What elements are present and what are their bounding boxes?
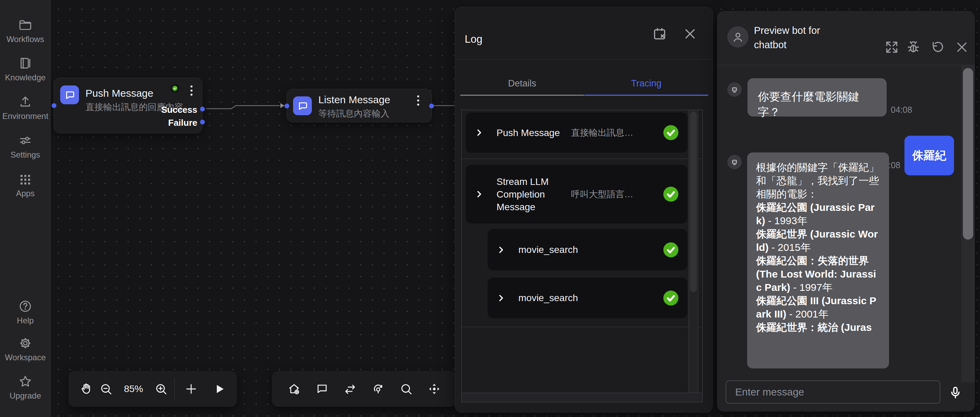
sidebar-item-label: Settings (0, 150, 51, 160)
swap-arrows-icon[interactable] (343, 381, 358, 396)
trace-row-movie-search-1[interactable]: movie_search (488, 229, 687, 270)
node-subtitle: 等待訊息內容輸入 (318, 108, 390, 120)
sidebar-item-settings[interactable]: Settings (0, 133, 51, 160)
sidebar-item-knowledge[interactable]: Knowledge (0, 56, 51, 83)
chat-scrollbar[interactable] (961, 65, 975, 382)
user-message-bubble: 侏羅紀 (904, 136, 954, 175)
node-menu-button[interactable] (417, 95, 420, 106)
message-timestamp: 04:08 (891, 105, 912, 115)
trace-list: Push Message 直接輸出訊息… Stream LLM Completi… (461, 110, 703, 402)
toolbar-divider (174, 378, 175, 400)
sidebar-item-help[interactable]: Help (0, 299, 51, 326)
node-menu-button[interactable] (190, 85, 193, 97)
success-check-icon (663, 187, 678, 202)
node-push-message[interactable]: Push Message 直接輸出訊息的回應內容 Success Failure (54, 78, 202, 133)
sidebar-item-label: Upgrade (0, 391, 51, 401)
canvas-action-toolbar (272, 371, 457, 407)
trace-vertical-scrollbar[interactable] (689, 110, 698, 393)
chevron-right-icon[interactable] (496, 293, 505, 303)
search-icon[interactable] (399, 381, 414, 396)
trace-divider (461, 327, 702, 327)
output-port-success[interactable] (200, 107, 205, 111)
trace-row-push-message[interactable]: Push Message 直接輸出訊息… (466, 113, 687, 153)
zoom-toolbar: 85% (68, 371, 237, 407)
sidebar-item-workflows[interactable]: Workflows (0, 18, 51, 44)
trace-row-stream-llm[interactable]: Stream LLM Completion Message 呼叫大型語言… (466, 165, 687, 224)
add-node-button[interactable] (184, 381, 198, 396)
message-node-icon (60, 86, 79, 104)
sidebar-item-label: Knowledge (0, 73, 51, 83)
log-panel: Log Details Tracing Push Message 直接輸出訊息…… (455, 7, 713, 412)
bot-avatar (727, 26, 749, 48)
scrollbar-thumb[interactable] (963, 68, 973, 239)
folder-icon (18, 18, 32, 32)
idea-cycle-icon[interactable] (371, 381, 386, 396)
sidebar-item-environment[interactable]: Environment (0, 95, 51, 121)
chat-bubble-icon[interactable] (315, 381, 329, 396)
chat-message-list[interactable]: 你要查什麼電影關鍵字？ 04:08 侏羅紀 04:08 根據你的關鍵字「侏羅紀」… (717, 65, 975, 382)
gear-icon (18, 336, 32, 350)
trace-row-movie-search-2[interactable]: movie_search (488, 277, 687, 318)
trace-subtitle: 呼叫大型語言… (569, 188, 663, 200)
microphone-icon[interactable] (948, 385, 963, 400)
sidebar-item-label: Help (0, 316, 51, 326)
node-title: Push Message (86, 87, 153, 99)
sliders-icon (18, 133, 32, 147)
success-check-icon (663, 243, 678, 257)
trace-subtitle: 直接輸出訊息… (569, 127, 663, 139)
chevron-right-icon[interactable] (475, 128, 484, 137)
sidebar-item-label: Workspace (0, 352, 51, 363)
success-check-icon (663, 125, 678, 140)
trace-title: movie_search (519, 292, 663, 304)
bug-icon[interactable] (906, 40, 921, 55)
sidebar-item-label: Environment (0, 111, 51, 121)
node-listen-message[interactable]: Listen Message 等待訊息內容輸入 (286, 89, 432, 122)
output-label-success: Success (161, 105, 197, 115)
trace-divider (461, 159, 702, 159)
pan-hand-icon[interactable] (79, 381, 93, 396)
robot-avatar-icon (727, 82, 742, 97)
zoom-in-icon[interactable] (154, 381, 168, 396)
expand-icon[interactable] (884, 40, 899, 55)
trace-title: movie_search (519, 243, 663, 256)
output-port-failure[interactable] (200, 120, 205, 124)
chevron-right-icon[interactable] (475, 190, 484, 198)
refresh-icon[interactable] (930, 40, 945, 55)
sidebar-item-label: Workflows (0, 34, 51, 44)
run-workflow-button[interactable] (213, 381, 227, 396)
bot-message-bubble: 根據你的關鍵字「侏羅紀」和「恐龍」，我找到了一些相關的電影： 侏羅紀公園 (Ju… (747, 152, 889, 368)
tab-underline-inactive (460, 95, 584, 96)
upload-icon (18, 95, 32, 109)
chat-preview-panel: Preview bot for chatbot 你要查什麼電影關鍵字？ 04:0… (717, 11, 975, 412)
move-tool-icon[interactable] (427, 381, 442, 396)
success-badge-icon (170, 84, 180, 93)
trace-title: Push Message (496, 127, 569, 139)
output-port[interactable] (429, 103, 434, 108)
robot-avatar-icon (727, 155, 742, 169)
home-plus-icon[interactable] (286, 381, 302, 396)
sidebar-item-upgrade[interactable]: Upgrade (0, 374, 51, 401)
sidebar-item-apps[interactable]: Apps (0, 172, 51, 198)
book-icon (18, 56, 32, 70)
chevron-right-icon[interactable] (496, 246, 505, 254)
tab-tracing[interactable]: Tracing (584, 78, 708, 89)
zoom-out-icon[interactable] (99, 381, 113, 396)
sidebar-item-workspace[interactable]: Workspace (0, 336, 51, 363)
success-check-icon (663, 290, 678, 306)
trace-horizontal-scrollbar[interactable] (461, 393, 702, 402)
output-label-failure: Failure (168, 117, 197, 128)
input-port[interactable] (52, 103, 56, 108)
close-icon[interactable] (682, 26, 698, 41)
trace-title: Stream LLM Completion Message (496, 175, 569, 213)
input-port[interactable] (285, 103, 289, 108)
zoom-level[interactable]: 85% (119, 384, 148, 395)
calendar-clear-icon[interactable] (652, 26, 667, 41)
close-icon[interactable] (955, 40, 969, 55)
scrollbar-thumb[interactable] (690, 111, 697, 292)
tab-details[interactable]: Details (460, 78, 584, 89)
sidebar: Workflows Knowledge Environment Settings… (0, 0, 51, 417)
app-window: Workflows Knowledge Environment Settings… (0, 0, 980, 417)
grid-dots-icon (18, 172, 32, 186)
sidebar-item-label: Apps (0, 188, 51, 198)
chat-message-input[interactable] (725, 381, 940, 404)
